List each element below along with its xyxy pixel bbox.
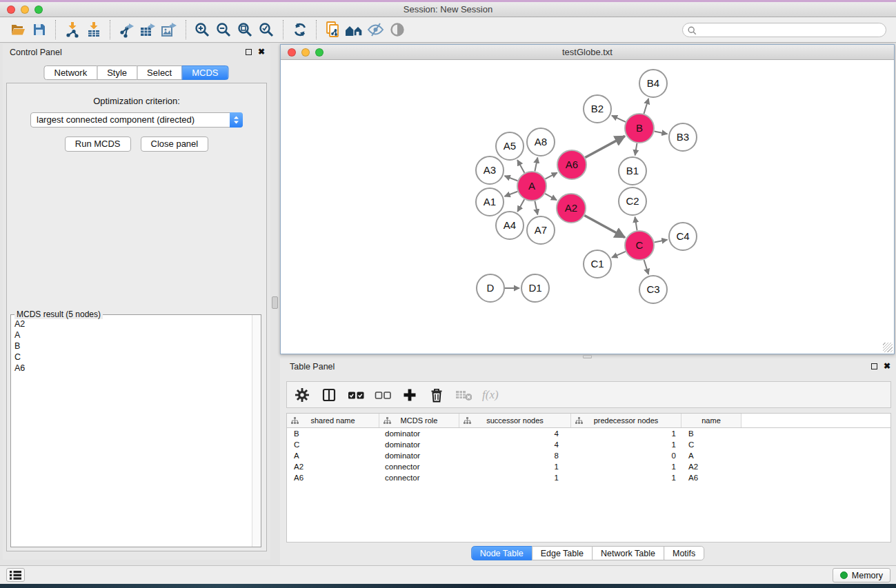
table-cell[interactable]: connector <box>379 461 459 472</box>
float-panel-icon[interactable] <box>246 49 252 55</box>
result-scrollbar[interactable] <box>252 315 261 547</box>
tab-select[interactable]: Select <box>137 65 182 80</box>
show-view-button[interactable] <box>386 19 408 40</box>
table-cell[interactable]: C <box>681 439 741 450</box>
run-mcds-button[interactable]: Run MCDS <box>65 136 131 152</box>
graph-node-B[interactable]: B <box>625 114 654 143</box>
tab-network-table[interactable]: Network Table <box>592 546 664 560</box>
network-minimize-button[interactable] <box>301 48 310 57</box>
graph-edge-B-B1[interactable] <box>635 143 637 156</box>
tab-mcds[interactable]: MCDS <box>181 65 228 80</box>
mcds-result-item[interactable]: A <box>14 330 261 341</box>
show-column-panel-button[interactable] <box>321 387 337 403</box>
table-cell[interactable]: dominator <box>379 450 459 461</box>
graph-edge-A-A4[interactable] <box>517 199 524 212</box>
tab-network[interactable]: Network <box>43 65 97 80</box>
show-panels-list-button[interactable] <box>6 568 25 582</box>
graph-node-C3[interactable]: C3 <box>639 276 667 303</box>
float-panel-icon[interactable] <box>871 363 877 369</box>
graph-node-B1[interactable]: B1 <box>619 157 646 185</box>
zoom-out-button[interactable] <box>213 19 235 40</box>
graph-node-C1[interactable]: C1 <box>584 250 611 278</box>
graph-node-A7[interactable]: A7 <box>527 216 555 244</box>
vertical-splitter-handle[interactable] <box>272 296 278 309</box>
save-session-button[interactable] <box>28 19 50 40</box>
graph-node-C[interactable]: C <box>625 231 654 260</box>
criterion-dropdown[interactable]: largest connected component (directed) <box>30 112 243 128</box>
table-cell[interactable]: 8 <box>459 450 571 461</box>
table-row[interactable]: A6connector11A6 <box>287 472 890 483</box>
graph-edge-A-A3[interactable] <box>505 176 518 181</box>
graph-node-B3[interactable]: B3 <box>669 123 697 151</box>
network-close-button[interactable] <box>288 48 296 57</box>
graph-edge-A-A6[interactable] <box>545 172 557 179</box>
unselect-all-columns-button[interactable] <box>375 387 391 403</box>
export-table-button[interactable] <box>137 19 159 40</box>
zoom-in-button[interactable] <box>192 19 213 40</box>
graph-node-A4[interactable]: A4 <box>496 212 524 239</box>
graph-edge-A-A8[interactable] <box>535 158 537 172</box>
table-cell[interactable]: 4 <box>459 439 571 450</box>
table-settings-button[interactable] <box>294 387 310 403</box>
tab-style[interactable]: Style <box>97 65 137 80</box>
table-cell[interactable]: A6 <box>681 472 741 483</box>
network-canvas[interactable]: B4B2BB3A8A5A6A3B1AC2A1A2A4A7C4CC1DD1C3 <box>281 61 894 354</box>
table-cell[interactable]: 1 <box>571 472 681 483</box>
close-panel-button[interactable]: Close panel <box>141 136 209 152</box>
graph-node-A5[interactable]: A5 <box>496 132 524 160</box>
graph-node-B4[interactable]: B4 <box>639 70 667 97</box>
graph-edge-A2-C[interactable] <box>584 216 625 238</box>
minimize-window-button[interactable] <box>21 6 29 14</box>
table-cell[interactable]: A6 <box>287 472 379 483</box>
import-table-button[interactable] <box>83 19 104 40</box>
tab-edge-table[interactable]: Edge Table <box>532 546 593 560</box>
table-cell[interactable]: 1 <box>571 439 681 450</box>
create-column-button[interactable] <box>401 387 418 403</box>
tab-node-table[interactable]: Node Table <box>471 546 532 560</box>
mcds-result-item[interactable]: B <box>14 341 261 352</box>
equation-editor-button[interactable]: f(x) <box>482 388 499 402</box>
table-row[interactable]: Bdominator41B <box>287 428 890 439</box>
export-network-button[interactable] <box>116 19 137 40</box>
mcds-result-item[interactable]: A2 <box>14 318 261 330</box>
mcds-result-item[interactable]: A6 <box>14 363 261 374</box>
table-row[interactable]: Cdominator41C <box>287 439 890 450</box>
graph-edge-B-B4[interactable] <box>644 99 648 114</box>
hide-graphics-details-button[interactable] <box>365 19 386 40</box>
graph-node-D[interactable]: D <box>477 274 504 302</box>
graph-edge-C-C4[interactable] <box>655 240 668 243</box>
zoom-fit-button[interactable] <box>235 19 256 40</box>
graph-edge-A-A2[interactable] <box>545 194 557 200</box>
clone-network-button[interactable] <box>322 19 344 40</box>
network-overview-button[interactable] <box>344 19 365 40</box>
graph-edge-A-A7[interactable] <box>535 201 537 215</box>
network-graph[interactable]: B4B2BB3A8A5A6A3B1AC2A1A2A4A7C4CC1DD1C3 <box>281 61 894 354</box>
graph-edge-B-B3[interactable] <box>655 131 668 134</box>
close-window-button[interactable] <box>7 6 15 14</box>
graph-edge-C-C2[interactable] <box>635 217 637 231</box>
table-cell[interactable]: B <box>287 428 379 439</box>
graph-node-C2[interactable]: C2 <box>619 187 646 215</box>
network-zoom-button[interactable] <box>315 48 323 57</box>
graph-edge-C-C1[interactable] <box>612 252 626 258</box>
table-cell[interactable]: connector <box>379 472 459 483</box>
close-panel-icon[interactable]: ✖ <box>258 48 265 56</box>
table-cell[interactable]: dominator <box>379 428 459 439</box>
table-cell[interactable]: 4 <box>459 428 571 439</box>
column-header-MCDS-role[interactable]: MCDS role <box>379 414 459 427</box>
resize-grip-icon[interactable] <box>883 343 893 352</box>
refresh-button[interactable] <box>289 19 310 40</box>
table-cell[interactable]: A2 <box>287 461 379 472</box>
graph-node-A6[interactable]: A6 <box>557 150 586 179</box>
graph-edge-A-A1[interactable] <box>505 192 518 196</box>
select-all-columns-button[interactable] <box>348 387 364 403</box>
table-cell[interactable]: 1 <box>571 461 681 472</box>
column-header-predecessor-nodes[interactable]: predecessor nodes <box>571 414 681 427</box>
open-session-button[interactable] <box>7 19 28 40</box>
close-panel-icon[interactable]: ✖ <box>884 362 890 370</box>
delete-columns-button[interactable] <box>428 387 445 403</box>
column-header-successor-nodes[interactable]: successor nodes <box>459 414 571 427</box>
graph-edge-A-A5[interactable] <box>517 160 524 173</box>
table-row[interactable]: Adominator80A <box>287 450 890 461</box>
import-network-button[interactable] <box>61 19 83 40</box>
